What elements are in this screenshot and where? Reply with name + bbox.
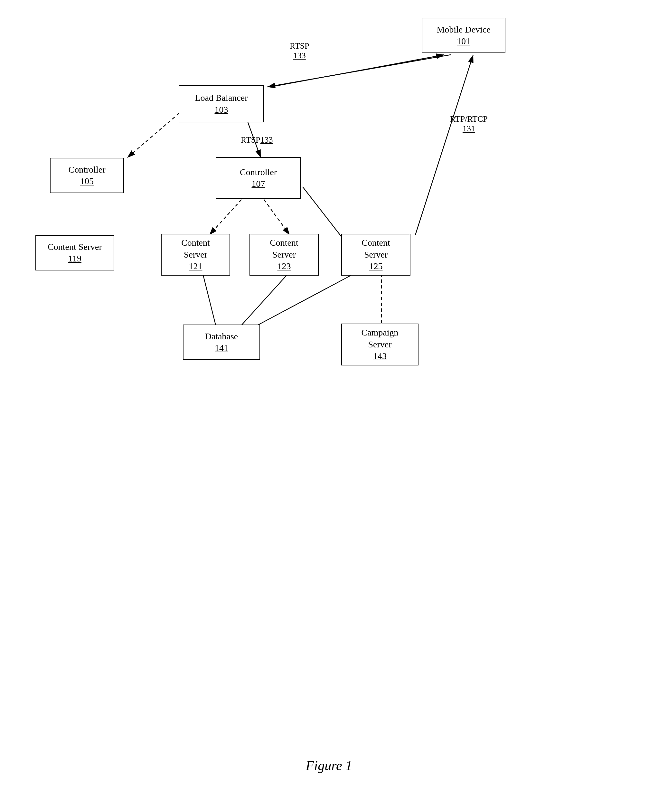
controller-105-label: Controller — [68, 164, 105, 176]
content-server-119-label: Content Server — [48, 241, 102, 253]
figure-caption: Figure 1 — [0, 758, 658, 773]
rtp-rtcp-131-label: RTP/RTCP 131 — [450, 114, 488, 133]
controller-107-label: Controller — [240, 166, 277, 178]
database-label: Database — [205, 331, 238, 342]
content-server-125-ref: 125 — [369, 260, 383, 272]
controller-105-ref: 105 — [80, 176, 94, 187]
content-server-121-ref: 121 — [189, 260, 202, 272]
svg-line-5 — [127, 110, 183, 158]
controller-105-node: Controller 105 — [50, 158, 124, 193]
content-server-121-node: ContentServer 121 — [161, 234, 230, 276]
campaign-server-label: CampaignServer — [361, 327, 398, 350]
load-balancer-node: Load Balancer 103 — [179, 85, 264, 122]
content-server-119-ref: 119 — [68, 253, 81, 264]
load-balancer-label: Load Balancer — [195, 92, 248, 103]
rtsp-133-mid-label: RTSP133 — [241, 135, 273, 145]
svg-line-8 — [264, 200, 290, 235]
campaign-server-node: CampaignServer 143 — [341, 324, 418, 365]
content-server-119-node: Content Server 119 — [35, 235, 114, 270]
svg-line-11 — [241, 274, 288, 325]
content-server-123-node: ContentServer 123 — [249, 234, 319, 276]
database-ref: 141 — [215, 342, 228, 354]
content-server-125-label: ContentServer — [362, 237, 390, 260]
controller-107-ref: 107 — [252, 178, 265, 190]
svg-line-12 — [257, 274, 354, 325]
content-server-123-label: ContentServer — [270, 237, 298, 260]
rtsp-133-top-label: RTSP 133 — [290, 41, 309, 61]
content-server-125-node: ContentServer 125 — [341, 234, 410, 276]
content-server-121-label: ContentServer — [181, 237, 210, 260]
content-server-123-ref: 123 — [277, 260, 291, 272]
database-node: Database 141 — [183, 324, 260, 360]
svg-line-7 — [209, 200, 241, 235]
mobile-device-node: Mobile Device 101 — [422, 18, 505, 53]
svg-line-4 — [415, 55, 473, 235]
svg-line-10 — [203, 274, 216, 325]
controller-107-node: Controller 107 — [216, 157, 301, 199]
mobile-device-label: Mobile Device — [437, 24, 490, 35]
mobile-device-ref: 101 — [457, 35, 470, 47]
campaign-server-ref: 143 — [373, 350, 387, 362]
load-balancer-ref: 103 — [215, 104, 228, 116]
